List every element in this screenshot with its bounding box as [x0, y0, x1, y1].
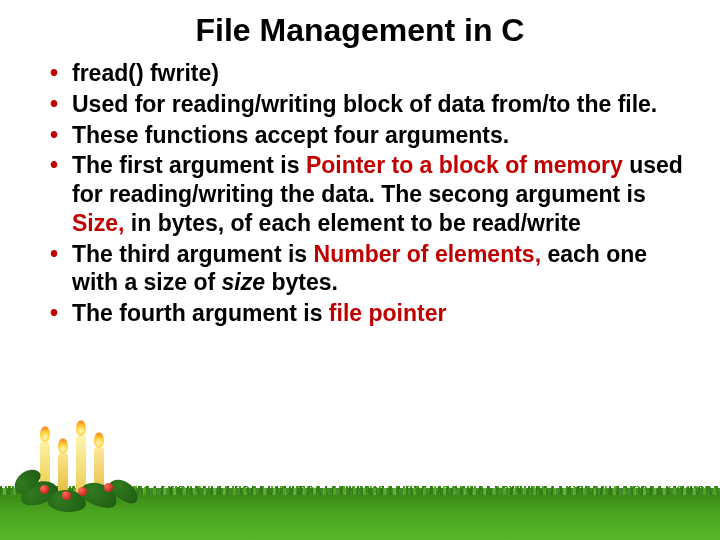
- bullet-item: The first argument is Pointer to a block…: [50, 151, 690, 237]
- bullet-item: fread() fwrite): [50, 59, 690, 88]
- bullet-text: These functions accept four arguments.: [72, 122, 509, 148]
- bullet-text-italic: size: [222, 269, 265, 295]
- bullet-text: fread() fwrite): [72, 60, 219, 86]
- bullet-item: Used for reading/writing block of data f…: [50, 90, 690, 119]
- bullet-text-highlight: Pointer to a block of memory: [306, 152, 623, 178]
- bullet-item: The fourth argument is file pointer: [50, 299, 690, 328]
- bullet-item: These functions accept four arguments.: [50, 121, 690, 150]
- bullet-item: The third argument is Number of elements…: [50, 240, 690, 298]
- slide-title: File Management in C: [0, 0, 720, 59]
- candle-holly-decoration: [18, 422, 138, 512]
- bullet-text-part: The fourth argument is: [72, 300, 329, 326]
- slide-content: fread() fwrite) Used for reading/writing…: [0, 59, 720, 328]
- bullet-text-highlight: Number of elements,: [314, 241, 542, 267]
- bullet-text: Used for reading/writing block of data f…: [72, 91, 657, 117]
- bullet-text-highlight: Size,: [72, 210, 124, 236]
- bullet-text-highlight: file pointer: [329, 300, 447, 326]
- bullet-text-part: The first argument is: [72, 152, 306, 178]
- bullet-list: fread() fwrite) Used for reading/writing…: [50, 59, 690, 328]
- bullet-text-part: bytes.: [265, 269, 338, 295]
- slide: File Management in C fread() fwrite) Use…: [0, 0, 720, 540]
- bullet-text-part: The third argument is: [72, 241, 314, 267]
- bullet-text-part: in bytes, of each element to be read/wri…: [124, 210, 580, 236]
